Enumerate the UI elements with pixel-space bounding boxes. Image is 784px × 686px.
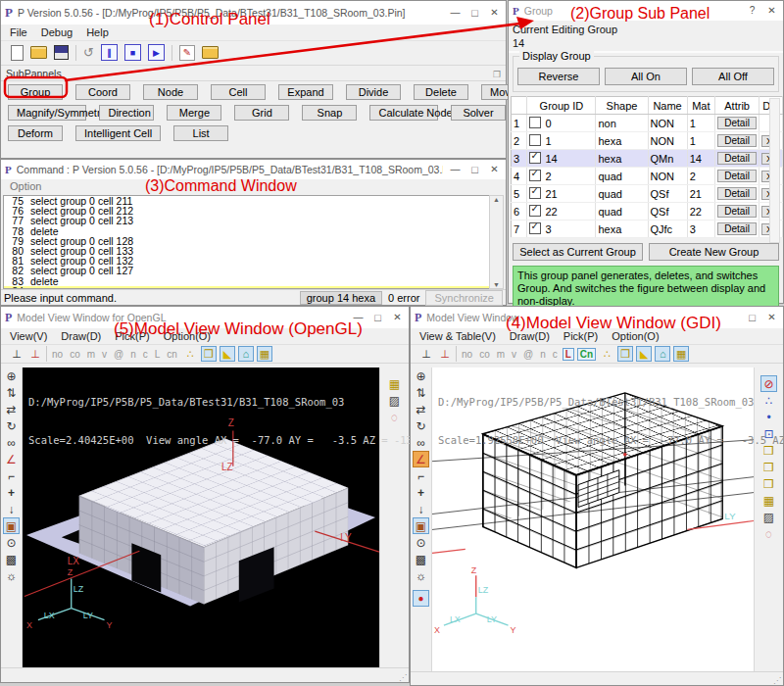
scroll-up-icon[interactable]: [493, 196, 500, 203]
display-checkbox[interactable]: [529, 170, 541, 181]
open-folder-icon[interactable]: [202, 46, 219, 59]
toolbar-cn-button[interactable]: cn: [165, 349, 179, 360]
magnifier-icon[interactable]: [413, 534, 429, 551]
scroll-down-icon[interactable]: [493, 281, 500, 288]
link-icon[interactable]: [3, 434, 20, 451]
axis-red-icon[interactable]: [27, 346, 43, 362]
tree-icon[interactable]: [182, 346, 198, 362]
pentagon-icon[interactable]: [655, 346, 670, 362]
table-row[interactable]: 7 3 hexa QJfc 3 Detail X: [512, 220, 783, 238]
toolbar-at-button[interactable]: @: [112, 349, 125, 360]
triangle-icon[interactable]: [220, 346, 235, 362]
dense-grid-icon[interactable]: [3, 551, 20, 567]
synchronize-button[interactable]: Synchronize: [425, 290, 503, 306]
coord-button[interactable]: Coord: [75, 84, 130, 100]
gdi-viewport[interactable]: LY Z LZ X LX LY Y D:/MyProg/IP5/P5B/P5_D…: [432, 368, 754, 671]
menu-option[interactable]: Option: [3, 179, 48, 193]
detail-button[interactable]: Detail: [717, 152, 757, 165]
toolbar-no-button[interactable]: no: [50, 349, 65, 360]
angle-icon[interactable]: [413, 451, 429, 467]
close-icon[interactable]: [764, 4, 779, 18]
stop-icon[interactable]: [124, 44, 141, 61]
cube-icon[interactable]: [617, 346, 633, 362]
detail-button[interactable]: Detail: [717, 205, 757, 218]
toolbar-v-button[interactable]: v: [100, 349, 109, 360]
cell-button[interactable]: Cell: [211, 84, 266, 100]
toolbar-c-button[interactable]: c: [141, 349, 150, 360]
col-attrib[interactable]: Attrib: [715, 97, 760, 115]
detail-button[interactable]: Detail: [717, 134, 757, 147]
maximize-icon[interactable]: [467, 163, 482, 177]
menu-help[interactable]: Help: [79, 25, 116, 39]
gear-icon[interactable]: [3, 567, 20, 584]
pan-icon[interactable]: [413, 484, 429, 501]
maximize-icon[interactable]: [467, 6, 482, 21]
detail-button[interactable]: Detail: [717, 117, 757, 129]
table-row[interactable]: 1 0 non NON 1 Detail: [512, 115, 783, 132]
group-button[interactable]: Group: [8, 84, 63, 100]
dashed-circle-icon[interactable]: [760, 525, 777, 542]
snap-button[interactable]: Snap: [302, 105, 357, 121]
all-off-button[interactable]: All Off: [692, 68, 774, 85]
center-square-icon[interactable]: [413, 517, 429, 534]
rotate-circle-icon[interactable]: [3, 417, 20, 434]
polygon-icon[interactable]: [413, 467, 429, 484]
help-icon[interactable]: [745, 4, 760, 18]
close-icon[interactable]: [487, 163, 502, 176]
intelligent-cell-button[interactable]: Intelligent Cell: [75, 125, 161, 141]
axis-red-icon[interactable]: [437, 346, 453, 362]
calculate-node-button[interactable]: Calculate Node: [369, 105, 438, 121]
divide-button[interactable]: Divide: [346, 84, 401, 100]
command-history[interactable]: 75select group 0 cell 211 76select group…: [3, 195, 490, 289]
display-checkbox[interactable]: [529, 205, 541, 217]
toolbar-no-button[interactable]: no: [460, 349, 474, 360]
toolbar-co-button[interactable]: co: [68, 349, 82, 360]
grid-icon[interactable]: [760, 492, 777, 509]
display-checkbox[interactable]: [529, 152, 541, 164]
pentagon-icon[interactable]: [238, 346, 254, 362]
menu-view-table[interactable]: View & Table(V): [413, 329, 503, 343]
toolbar-c-button[interactable]: c: [551, 349, 560, 360]
polygon-icon[interactable]: [3, 467, 20, 484]
pause-icon[interactable]: [101, 44, 118, 61]
toolbar-L-button[interactable]: L: [153, 349, 163, 360]
rotate-horizontal-icon[interactable]: [3, 401, 20, 417]
undo-icon[interactable]: [83, 45, 94, 60]
save-icon[interactable]: [54, 45, 69, 60]
menu-draw[interactable]: Draw(D): [54, 329, 108, 343]
maximize-icon[interactable]: [745, 311, 760, 325]
table-scrollbar[interactable]: [769, 98, 780, 243]
axis-black-icon[interactable]: [418, 346, 434, 362]
detail-button[interactable]: Detail: [717, 222, 757, 235]
display-checkbox[interactable]: [529, 187, 541, 199]
tree-icon[interactable]: [599, 346, 614, 362]
close-icon[interactable]: [487, 6, 502, 20]
table-row[interactable]: 6 22 quad QSf 22 Detail X: [512, 203, 783, 220]
grid-button[interactable]: Grid: [234, 105, 289, 121]
red-dot-icon[interactable]: [413, 590, 429, 607]
detail-button[interactable]: Detail: [717, 187, 757, 200]
edit-script-icon[interactable]: [179, 45, 195, 61]
col-mat[interactable]: Mat: [687, 97, 714, 115]
pan-icon[interactable]: [3, 484, 20, 501]
toolbar-n-button[interactable]: n: [128, 349, 138, 360]
table-row[interactable]: 4 2 quad NON 2 Detail X: [512, 168, 783, 185]
node-button[interactable]: Node: [143, 84, 198, 100]
rotate-vertical-icon[interactable]: [413, 384, 429, 401]
close-icon[interactable]: [764, 311, 779, 324]
menu-view[interactable]: View(V): [3, 329, 54, 343]
rotate-horizontal-icon[interactable]: [413, 401, 429, 417]
delete-button[interactable]: Delete: [414, 84, 468, 100]
toolbar-m-button[interactable]: m: [495, 349, 507, 360]
toolbar-v-button[interactable]: v: [510, 349, 518, 360]
list-button[interactable]: List: [173, 125, 228, 141]
opengl-viewport[interactable]: Z LZ LX LY Z LZ X LX LY Y D:/MyProg/IP5/…: [23, 368, 379, 668]
arrow-down-icon[interactable]: [3, 501, 20, 517]
float-panel-icon[interactable]: [493, 68, 501, 79]
display-checkbox[interactable]: [529, 134, 541, 146]
play-icon[interactable]: [148, 44, 165, 61]
cube-icon[interactable]: [760, 475, 777, 492]
magnify-symmetry-button[interactable]: Magnify/Symmetry: [8, 105, 86, 121]
merge-button[interactable]: Merge: [167, 105, 221, 121]
deform-button[interactable]: Deform: [8, 125, 63, 141]
